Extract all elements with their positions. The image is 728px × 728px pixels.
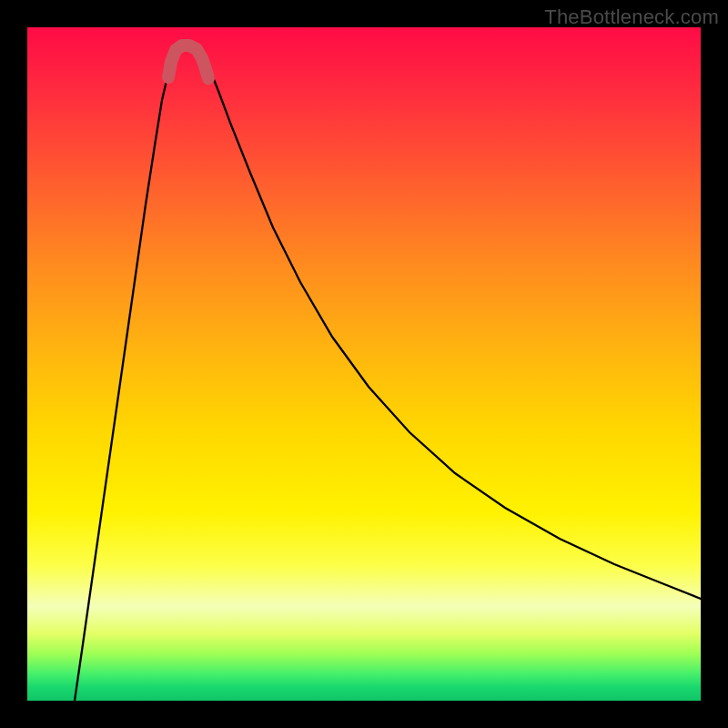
curve-left xyxy=(75,53,176,701)
curve-right xyxy=(200,53,701,599)
optimal-marker xyxy=(168,46,208,78)
watermark-text: TheBottleneck.com xyxy=(544,5,719,29)
bottleneck-plot xyxy=(27,27,701,701)
chart-frame xyxy=(27,27,701,701)
